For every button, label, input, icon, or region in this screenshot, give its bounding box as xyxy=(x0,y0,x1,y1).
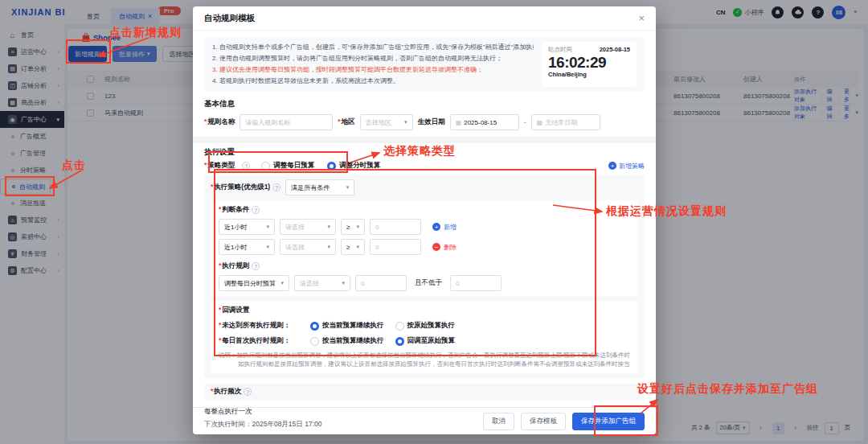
site-clock: 站点时间2025-08-15 16:02:29 China/Beijing xyxy=(542,42,637,87)
match-mode-select[interactable]: 满足所有条件 xyxy=(285,179,354,195)
rule-target-select[interactable]: 请选择 xyxy=(294,275,350,291)
metric-select[interactable]: 请选择 xyxy=(280,239,336,255)
add-icon xyxy=(432,223,440,231)
info-icon xyxy=(252,206,260,214)
metric-select[interactable]: 请选择 xyxy=(280,219,336,235)
operator-select[interactable]: ≥ xyxy=(341,219,365,235)
priority-row: *执行策略(优先级1) 满足所有条件 xyxy=(211,179,638,195)
radio-icon xyxy=(395,322,404,331)
callback-row2-label: *每日首次执行时规则： xyxy=(219,336,299,346)
chevron-down-icon xyxy=(266,224,269,230)
callback-note-line2: 如执行规则都是按原始预算调整，建议将以上设置都选择按原始预算执行，否则在每日首次… xyxy=(219,360,630,368)
radio-continue-current-budget[interactable]: 按当前预算继续执行 xyxy=(310,321,384,331)
rule-name-input[interactable] xyxy=(240,114,333,130)
condition-label: *判断条件 xyxy=(219,205,249,215)
remove-icon xyxy=(432,243,440,251)
radio-hourly-budget[interactable]: 调整分时预算 xyxy=(327,161,380,171)
start-date-input[interactable]: 2025-08-15 xyxy=(450,114,519,130)
strategy-type-label: *策略类型 xyxy=(204,161,235,171)
callback-row1-label: *未达到所有执行规则： xyxy=(219,321,299,331)
modal-title: 自动规则模板 xyxy=(204,13,255,24)
radio-selected-icon xyxy=(327,162,336,171)
end-date-input[interactable]: 无结束日期 xyxy=(531,114,600,130)
cancel-button[interactable]: 取消 xyxy=(483,413,514,430)
callback-row-2: *每日首次执行时规则： 按当前预算继续执行 回调至原始预算 xyxy=(219,336,630,346)
callback-card: *回调设置 *未达到所有执行规则： 按当前预算继续执行 按原始预算执行 *每日首… xyxy=(211,301,638,373)
clock-time: 16:02:29 xyxy=(548,54,630,71)
chevron-down-icon xyxy=(404,119,407,125)
rule-value-input[interactable] xyxy=(355,275,407,291)
clock-timezone: China/Beijing xyxy=(548,71,630,78)
time-window-select[interactable]: 近1小时 xyxy=(219,219,275,235)
add-condition-link[interactable]: 新增 xyxy=(432,223,457,232)
radio-rollback-original[interactable]: 回调至原始预算 xyxy=(395,336,456,346)
min-value-input[interactable] xyxy=(450,275,502,291)
threshold-input[interactable] xyxy=(370,239,421,255)
rule-label-row: *执行规则 xyxy=(219,261,630,271)
frequency-label: *执行频次 xyxy=(211,387,241,397)
region-label: *地区 xyxy=(338,117,354,127)
instructions-panel: 1. 自动规则支持单个或多个广告组，创建后，可“保存并添加广告组”立即应用，或先… xyxy=(204,37,645,92)
save-template-button[interactable]: 保存模板 xyxy=(521,413,566,430)
radio-first-continue-current[interactable]: 按当前预算继续执行 xyxy=(310,336,384,346)
callback-note-line1: 说明：如执行规则都是按当前预算调整，建议将以上设置都选择按当前预算继续执行，否则… xyxy=(219,351,630,360)
instruction-line: 1. 自动规则支持单个或多个广告组，创建后，可“保存并添加广告组”立即应用，或先… xyxy=(212,42,534,53)
chevron-down-icon xyxy=(327,244,330,250)
radio-icon xyxy=(261,162,270,171)
instruction-line: 2. 使用自动规则调整预算时，请勿将广告组应用到分时策略规则，否则广告组的自动规… xyxy=(212,53,534,64)
chevron-down-icon xyxy=(346,184,350,191)
callback-row-1: *未达到所有执行规则： 按当前预算继续执行 按原始预算执行 xyxy=(219,321,630,331)
section-divider xyxy=(193,137,656,143)
instruction-line: 4. 若规则执行时数据延迟导致信息未更新，系统将跳过本次调整。 xyxy=(212,76,534,87)
threshold-input[interactable] xyxy=(370,219,421,235)
add-icon xyxy=(608,162,616,170)
condition-card: *判断条件 近1小时 请选择 ≥ 新增 近1小时 请选择 ≥ 删除 xyxy=(211,200,638,296)
chevron-down-icon xyxy=(356,244,359,250)
strategy-panel: *执行策略(优先级1) 满足所有条件 *判断条件 近1小时 请选择 ≥ 新增 近… xyxy=(204,175,645,378)
effective-date-label: 生效日期 xyxy=(418,117,445,127)
callback-header: *回调设置 xyxy=(219,306,249,315)
chevron-down-icon xyxy=(266,244,269,250)
date-separator: - xyxy=(524,118,526,126)
chevron-down-icon xyxy=(356,224,359,230)
info-icon xyxy=(252,262,260,270)
info-icon xyxy=(242,162,250,170)
rule-type-select[interactable]: 调整每日分时预算 xyxy=(219,275,289,291)
callback-header-row: *回调设置 xyxy=(219,306,630,315)
basic-info-row: *规则名称 *地区 选择地区 生效日期 2025-08-15 - 无结束日期 xyxy=(193,114,656,130)
exec-rule-row: 调整每日分时预算 请选择 且不低于 xyxy=(219,275,630,291)
priority-label: *执行策略(优先级1) xyxy=(211,183,270,192)
chevron-down-icon xyxy=(280,280,284,286)
info-icon xyxy=(244,388,252,396)
region-select[interactable]: 选择地区 xyxy=(360,114,413,130)
not-below-label: 且不低于 xyxy=(415,278,442,288)
modal-header: 自动规则模板 xyxy=(193,6,656,31)
save-and-add-button[interactable]: 保存并添加广告组 xyxy=(572,413,645,430)
auto-rule-modal: 自动规则模板 1. 自动规则支持单个或多个广告组，创建后，可“保存并添加广告组”… xyxy=(193,6,656,434)
calendar-icon xyxy=(456,119,462,126)
radio-selected-icon xyxy=(395,337,404,346)
exec-rule-label: *执行规则 xyxy=(219,261,249,271)
radio-original-budget[interactable]: 按原始预算执行 xyxy=(395,321,456,331)
frequency-band: *执行频次 xyxy=(204,384,645,400)
add-strategy-link[interactable]: 新增策略 xyxy=(608,162,645,171)
clock-label: 站点时间 xyxy=(548,46,572,54)
strategy-type-row: *策略类型 调整每日预算 调整分时预算 新增策略 xyxy=(193,161,656,171)
instruction-line-warning: 3. 建议优先使用调整每日预算功能，按时段调整预算可能因平台数据更新延迟导致调整… xyxy=(212,64,534,76)
condition-row: 近1小时 请选择 ≥ 删除 xyxy=(219,239,630,255)
clock-date: 2025-08-15 xyxy=(600,46,630,54)
modal-footer: 取消 保存模板 保存并添加广告组 xyxy=(193,407,656,434)
exec-settings-header: 执行设置 xyxy=(193,147,656,158)
condition-row: 近1小时 请选择 ≥ 新增 xyxy=(219,219,630,235)
calendar-icon xyxy=(537,119,543,126)
radio-icon xyxy=(310,337,319,346)
time-window-select[interactable]: 近1小时 xyxy=(219,239,275,255)
delete-condition-link[interactable]: 删除 xyxy=(432,243,457,252)
condition-label-row: *判断条件 xyxy=(219,205,630,215)
rule-name-label: *规则名称 xyxy=(204,117,235,127)
operator-select[interactable]: ≥ xyxy=(341,239,365,255)
close-icon[interactable] xyxy=(638,12,645,24)
radio-selected-icon xyxy=(310,322,319,331)
chevron-down-icon xyxy=(342,280,345,286)
radio-daily-budget[interactable]: 调整每日预算 xyxy=(261,161,314,171)
